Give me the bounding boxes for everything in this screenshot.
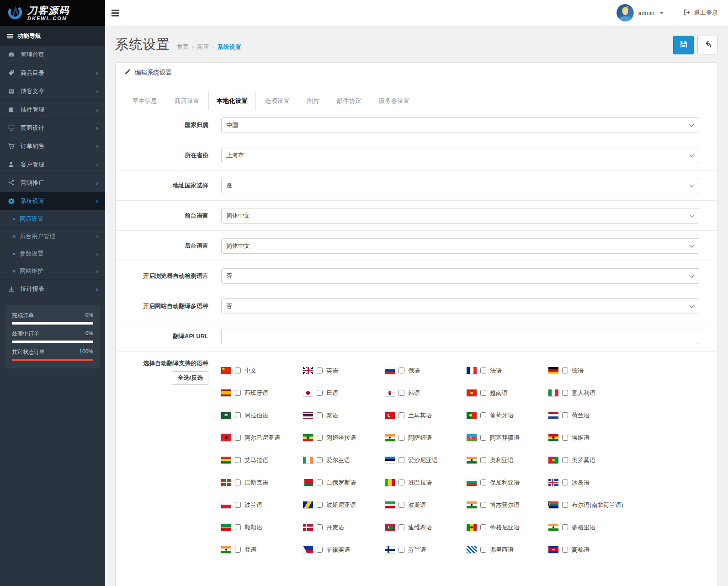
language-option[interactable]: 波斯尼亚语 [303,494,385,516]
language-checkbox[interactable] [562,390,568,396]
sidebar-item-design[interactable]: 页面设计 › [0,119,105,137]
language-option[interactable]: 阿萨姆语 [385,426,467,449]
language-checkbox[interactable] [235,435,241,441]
language-checkbox[interactable] [399,412,404,418]
language-checkbox[interactable] [399,524,404,530]
tab-mail[interactable]: 邮件协议 [329,92,370,110]
language-option[interactable]: 英语 [303,359,385,382]
language-checkbox[interactable] [235,412,241,418]
sidebar-item-system[interactable]: 系统设置 › [0,192,105,210]
tab-store-settings[interactable]: 商店设置 [166,92,207,110]
language-option[interactable]: 冰岛语 [548,471,699,494]
language-option[interactable]: 迪维希语 [385,516,467,538]
sidebar-item-extensions[interactable]: 插件管理 › [0,101,105,119]
tab-localization[interactable]: 本地化设置 [208,92,256,110]
sidebar-subitem-store-settings[interactable]: » 网店设置 [0,210,105,228]
language-option[interactable]: 奥利亚语 [467,449,548,471]
country-select[interactable]: 中国 [221,117,699,133]
language-option[interactable]: 阿拉伯语 [221,404,303,426]
language-option[interactable]: 巴斯克语 [221,471,303,494]
language-checkbox[interactable] [562,524,568,530]
language-option[interactable]: 韩语 [385,382,467,404]
logout-button[interactable]: 退出登录 [673,0,728,26]
language-checkbox[interactable] [480,368,486,373]
sidebar-toggle-button[interactable] [105,0,126,26]
language-option[interactable]: 阿尔巴尼亚语 [221,426,303,449]
language-checkbox[interactable] [317,547,323,553]
language-option[interactable]: 德语 [548,359,699,382]
tab-server[interactable]: 服务器设置 [371,92,418,110]
language-checkbox[interactable] [562,479,568,485]
language-checkbox[interactable] [480,390,486,396]
language-option[interactable]: 埃维语 [548,426,699,449]
language-checkbox[interactable] [317,457,323,463]
language-checkbox[interactable] [317,412,323,418]
language-option[interactable]: 俄语 [385,359,467,382]
translate-api-url-input[interactable] [221,329,699,344]
tab-basic-info[interactable]: 基本信息 [124,92,165,110]
language-option[interactable]: 荷兰语 [548,404,699,426]
language-option[interactable]: 中文 [221,359,303,382]
language-option[interactable]: 法语 [467,359,548,382]
language-checkbox[interactable] [317,502,323,508]
select-all-toggle-button[interactable]: 全选/反选 [172,371,208,385]
address-country-select[interactable]: 是 [221,178,699,193]
language-option[interactable]: 多格里语 [548,516,699,538]
language-option[interactable]: 爱沙尼亚语 [385,449,467,471]
language-option[interactable]: 蒂格尼亚语 [467,516,548,538]
language-option[interactable]: 弗里西语 [467,538,548,561]
language-checkbox[interactable] [562,457,568,463]
language-checkbox[interactable] [235,502,241,508]
language-checkbox[interactable] [399,435,404,441]
language-checkbox[interactable] [399,368,404,373]
language-option[interactable]: 波斯语 [385,494,467,516]
language-checkbox[interactable] [480,412,486,418]
sidebar-item-reports[interactable]: 统计报表 › [0,280,105,298]
user-menu[interactable]: admin [607,0,673,26]
language-option[interactable]: 西班牙语 [221,382,303,404]
language-checkbox[interactable] [562,435,568,441]
language-checkbox[interactable] [317,479,323,485]
language-checkbox[interactable] [317,435,323,441]
language-option[interactable]: 梵语 [221,538,303,561]
sidebar-item-sales[interactable]: 订单销售 › [0,137,105,155]
language-option[interactable]: 芬兰语 [385,538,467,561]
language-option[interactable]: 博杰普尔语 [467,494,548,516]
language-checkbox[interactable] [235,457,241,463]
sidebar-item-customers[interactable]: 客户管理 › [0,155,105,174]
language-checkbox[interactable] [399,390,404,396]
language-checkbox[interactable] [235,479,241,485]
language-checkbox[interactable] [480,524,486,530]
language-checkbox[interactable] [399,457,404,463]
language-option[interactable]: 班巴拉语 [385,471,467,494]
sidebar-item-marketing[interactable]: 营销推广 › [0,174,105,192]
language-option[interactable]: 艾马拉语 [221,449,303,471]
tab-images[interactable]: 图片 [299,92,328,110]
language-checkbox[interactable] [562,412,568,418]
language-checkbox[interactable] [480,457,486,463]
language-checkbox[interactable] [399,502,404,508]
language-checkbox[interactable] [399,479,404,485]
language-option[interactable]: 阿塞拜疆语 [467,426,548,449]
language-checkbox[interactable] [235,547,241,553]
sidebar-item-catalog[interactable]: 商品目录 › [0,64,105,82]
auto-translate-select[interactable]: 否 [221,298,699,314]
province-select[interactable]: 上海市 [221,148,699,163]
language-option[interactable]: 土耳其语 [385,404,467,426]
save-button[interactable] [673,36,694,54]
frontend-language-select[interactable]: 简体中文 [221,208,699,224]
language-checkbox[interactable] [317,368,323,373]
sidebar-subitem-admin-users[interactable]: » 后台用户管理 › [0,228,105,245]
language-checkbox[interactable] [480,479,486,485]
language-option[interactable]: 菲律宾语 [303,538,385,561]
language-option[interactable]: 布尔语(南非荷兰语) [548,494,699,516]
breadcrumb-home[interactable]: 首页 [177,43,189,51]
language-option[interactable]: 越南语 [467,382,548,404]
language-checkbox[interactable] [399,547,404,553]
language-option[interactable]: 保加利亚语 [467,471,548,494]
autodetect-language-select[interactable]: 否 [221,268,699,284]
language-checkbox[interactable] [480,502,486,508]
sidebar-subitem-maintenance[interactable]: » 网站维护 › [0,262,105,280]
language-checkbox[interactable] [480,547,486,553]
sidebar-subitem-parameters[interactable]: » 参数设置 › [0,245,105,262]
